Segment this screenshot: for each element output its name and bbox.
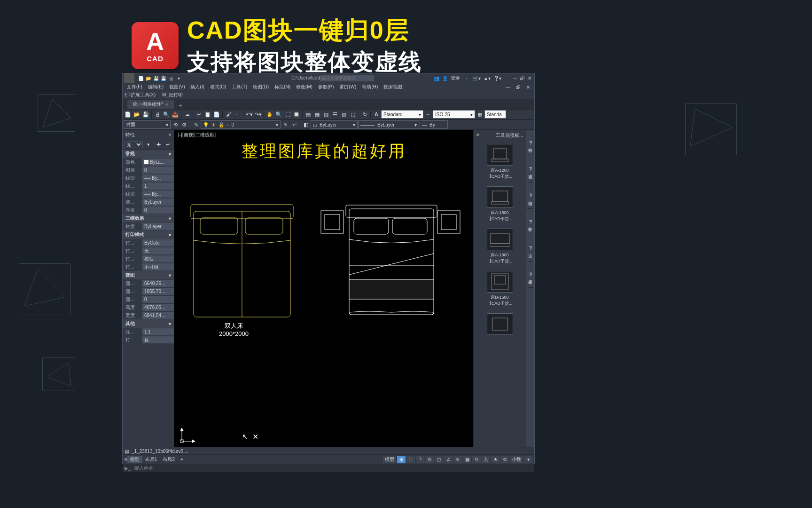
table-style-dropdown[interactable]: Standa [484,110,506,119]
prop-lineweight[interactable]: ---- By... [142,190,174,198]
ortho-icon[interactable]: └ [416,456,424,463]
close-icon[interactable]: ✕ [528,76,531,81]
share-icon[interactable]: ▲▾ [484,76,491,81]
save-icon[interactable]: 💾 [141,110,150,119]
undo-icon[interactable]: ↶▾ [245,110,253,119]
text-style-dropdown[interactable]: Standard▾ [381,110,423,119]
login-button[interactable]: 登录 [451,75,460,81]
menu-et-tools[interactable]: ET扩展工具(X) [125,92,156,98]
new-icon[interactable]: 📄 [124,110,132,119]
cloud-icon[interactable]: ☁ [183,110,191,119]
palette-item[interactable]: 床A-1200【CAD干货... [475,144,525,180]
chevron-down-icon[interactable]: ▾ [175,75,182,81]
open-icon[interactable]: 📂 [145,75,152,81]
markup-icon[interactable]: ▧ [340,110,348,119]
menu-modify[interactable]: 修改(M) [294,84,315,90]
color-icon[interactable]: ◧ [302,120,310,129]
lineweight-icon[interactable]: ≡ [453,456,462,463]
section-plot[interactable]: 打印样式▾ [123,230,174,239]
new-icon[interactable]: 📄 [138,75,144,81]
pan-icon[interactable]: ✋ [265,110,274,119]
prop-thickness[interactable]: 0 [142,206,174,214]
palette-item[interactable]: 床A-1500【CAD干货... [475,186,525,222]
workspace-icon[interactable]: ⚙ [500,456,509,463]
redo-icon[interactable]: ↷▾ [254,110,262,119]
osnap-icon[interactable]: ◻ [435,456,443,463]
layout-tab[interactable]: 布局1 [142,456,160,463]
drawing-canvas[interactable]: [-][俯视][二维线框] 整理图库真的超好用 双人床 2000*2000 [174,130,473,447]
section-general[interactable]: 常规▾ [123,150,174,158]
menu-dimension[interactable]: 标注(N) [272,84,293,90]
view-prev-icon[interactable]: ⟲ [171,120,180,129]
refresh-icon[interactable]: ↻ [360,110,369,119]
cycling-icon[interactable]: ↻ [472,456,481,463]
menu-tools[interactable]: 工具(T) [229,84,250,90]
view-mgr-icon[interactable]: ⚙ [180,120,188,129]
layer-dropdown[interactable]: 💡☀🔓▫ 0▾ [201,120,281,129]
cut-icon[interactable]: ✂ [195,110,203,119]
copy-icon[interactable]: 📋 [203,110,212,119]
model-tab[interactable]: 模型 [127,456,142,463]
section-misc[interactable]: 其他▾ [123,319,174,328]
zoom-icon[interactable]: 🔍 [274,110,283,119]
prop-ltscale[interactable]: 1 [142,183,174,190]
transparency-icon[interactable]: ▦ [463,456,471,463]
palette-tab[interactable]: P-桌椅 [527,262,533,288]
tool-palette-icon[interactable]: ▥ [322,110,330,119]
palette-tab[interactable]: P-床 [527,235,533,262]
search-input[interactable] [320,75,374,81]
print-icon[interactable]: 🖨 [168,75,174,81]
menu-insert[interactable]: 插入(I) [188,84,206,90]
design-center-icon[interactable]: ▦ [313,110,321,119]
section-3d[interactable]: 三维效果▾ [123,214,174,222]
prop-transparency[interactable]: ByLayer [142,198,174,206]
zoom-window-icon[interactable]: ⛶ [283,110,292,119]
restore-icon[interactable]: 🗗 [520,76,525,81]
pickadd-icon[interactable]: ↵ [164,141,172,149]
linetype-dropdown[interactable]: ———ByLayer▾ [358,120,419,129]
print-icon[interactable]: 🖨 [153,110,162,119]
sheet-set-icon[interactable]: ☰ [331,110,339,119]
grid-icon[interactable]: ⊞ [397,456,406,463]
doc-close-icon[interactable]: ✕ [524,85,532,90]
palette-item[interactable]: 床B-1500【CAD干货... [475,271,525,307]
menu-help[interactable]: 帮助(H) [359,84,380,90]
prop-layer[interactable]: 0 [142,167,174,174]
menu-edit[interactable]: 编辑(E) [146,84,166,90]
layer-prev-icon[interactable]: ↩ [290,120,298,129]
menu-view[interactable]: 视图(V) [167,84,187,90]
units-button[interactable]: 小数 [510,456,523,463]
lineweight-dropdown[interactable]: —By [420,120,448,129]
palette-tab[interactable]: P-柜子 [527,209,533,235]
model-button[interactable]: 模型 [383,456,396,463]
anno-scale-icon[interactable]: 人 [482,456,490,463]
cart-icon[interactable]: 🛒▾ [473,76,481,81]
menu-window[interactable]: 窗口(W) [337,84,359,90]
section-view[interactable]: 视图▾ [123,271,174,279]
text-style-icon[interactable]: A [372,110,381,119]
polar-icon[interactable]: ⊙ [425,456,434,463]
matchprop-icon[interactable]: 🖌 [224,110,233,119]
publish-icon[interactable]: 📤 [171,110,180,119]
doc-minimize-icon[interactable]: — [503,85,513,90]
menu-format[interactable]: 格式(O) [208,84,228,90]
doc-restore-icon[interactable]: 🗗 [514,85,523,90]
menu-dataview[interactable]: 数据视图 [381,84,405,90]
menu-batch-print[interactable]: M_批打印 [162,92,183,98]
minimize-icon[interactable]: — [513,76,517,81]
properties-icon[interactable]: ▤ [304,110,312,119]
help-icon[interactable]: ❔▾ [493,76,501,81]
dim-style-icon[interactable]: ↔ [424,110,432,119]
color-dropdown[interactable]: ◻ByLayer▾ [311,120,358,129]
dim-style-dropdown[interactable]: ISO-25▾ [433,110,475,119]
save-as-icon[interactable]: 💾 [160,75,167,81]
anno-vis-icon[interactable]: ★ [491,456,500,463]
table-style-icon[interactable]: ▦ [476,110,484,119]
people-icon[interactable]: 👥 [434,76,439,81]
settings-icon[interactable]: ▾ [524,456,532,463]
add-layout-button[interactable]: + [178,457,186,462]
otrack-icon[interactable]: ∠ [444,456,453,463]
prop-color[interactable]: ByLa... [142,159,174,166]
command-input[interactable]: ▶_ 键入命令 [123,464,534,472]
palette-item[interactable] [475,313,525,335]
